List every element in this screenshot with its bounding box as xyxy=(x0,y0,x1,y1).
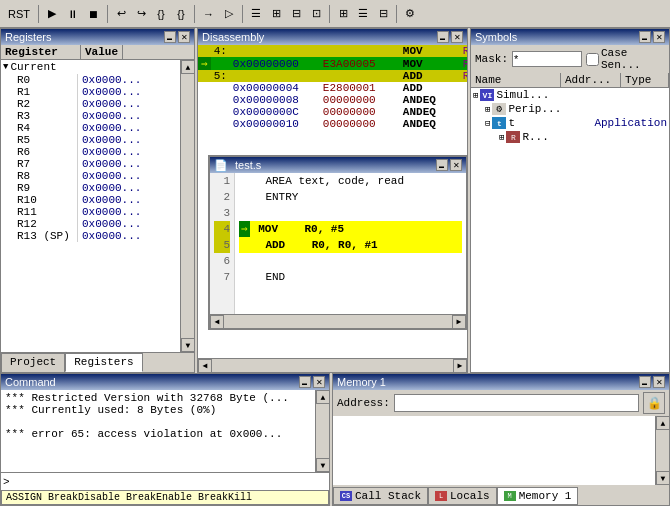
step-out-button[interactable]: {} xyxy=(152,4,170,24)
memory-tabs-row: CS Call Stack L Locals M Memory 1 xyxy=(333,485,669,505)
tab-locals[interactable]: L Locals xyxy=(428,487,497,505)
disassembly-titlebar-buttons: 🗕 ✕ xyxy=(437,31,463,43)
symbols-col-headers: Name Addr... Type xyxy=(471,73,669,88)
disassembly-hscroll[interactable]: ◀ ▶ xyxy=(198,358,467,372)
symbols-pin-button[interactable]: 🗕 xyxy=(639,31,651,43)
mask-label: Mask: xyxy=(475,53,508,65)
memory-addr-input[interactable] xyxy=(394,394,639,412)
disassembly-close-button[interactable]: ✕ xyxy=(451,31,463,43)
step-into-button[interactable]: ↩ xyxy=(112,4,130,24)
memory-scroll-down[interactable]: ▼ xyxy=(656,471,669,485)
source-line-3 xyxy=(239,205,462,221)
callstack-label: Call Stack xyxy=(355,490,421,502)
disasm-cell: 00000000 xyxy=(320,94,400,106)
step-inst-button[interactable]: {} xyxy=(172,4,190,24)
tool3-button[interactable]: ⊟ xyxy=(287,4,305,24)
stop-button[interactable]: ⏹ xyxy=(84,4,103,24)
disasm-cell: R0, #! xyxy=(460,45,467,57)
run-button[interactable]: ▶ xyxy=(43,4,61,24)
step-over-button[interactable]: ↪ xyxy=(132,4,150,24)
reg-name: R11 xyxy=(3,206,78,218)
tab-project[interactable]: Project xyxy=(1,353,65,372)
symbols-tree: ⊞ VI Simul... ⊞ ⚙ Perip... ⊟ t t Applica… xyxy=(471,88,669,372)
registers-tabs: Project Registers xyxy=(1,352,194,372)
disasm-cell xyxy=(320,45,400,57)
tab-memory1[interactable]: M Memory 1 xyxy=(497,487,579,505)
symbols-close-button[interactable]: ✕ xyxy=(653,31,665,43)
sym-item-t[interactable]: ⊟ t t Application xyxy=(471,116,669,130)
callstack-icon: CS xyxy=(340,491,352,501)
register-row: R00x0000... xyxy=(1,74,180,86)
line-num-1: 1 xyxy=(214,173,230,189)
sym-perip-name: Perip... xyxy=(508,103,561,115)
registers-scroll-up[interactable]: ▲ xyxy=(181,60,194,74)
bottom-row: Command 🗕 ✕ *** Restricted Version with … xyxy=(0,373,670,506)
source-pin-button[interactable]: 🗕 xyxy=(436,159,448,171)
tool1-button[interactable]: ☰ xyxy=(247,4,265,24)
pause-button[interactable]: ⏸ xyxy=(63,4,82,24)
source-code-area: AREA text, code, read ENTRY ⇒ MOV R0, #5… xyxy=(235,173,466,314)
source-close-button[interactable]: ✕ xyxy=(450,159,462,171)
tool5-button[interactable]: ⊞ xyxy=(334,4,352,24)
tab-registers[interactable]: Registers xyxy=(65,353,142,372)
toolbar-sep-1 xyxy=(38,5,39,23)
command-titlebar: Command 🗕 ✕ xyxy=(1,374,329,390)
reg-value: 0x0000... xyxy=(78,182,141,194)
register-row: R10x0000... xyxy=(1,86,180,98)
rst-button[interactable]: RST xyxy=(4,4,34,24)
disasm-scroll-right[interactable]: ▶ xyxy=(453,359,467,373)
source-arrow-icon: ⇒ xyxy=(239,221,250,237)
tool6-button[interactable]: ☰ xyxy=(354,4,372,24)
run-to-cursor-button[interactable]: ▷ xyxy=(220,4,238,24)
registers-vscroll[interactable]: ▲ ▼ xyxy=(180,60,194,352)
current-text: Current xyxy=(10,61,56,73)
disasm-scroll-left[interactable]: ◀ xyxy=(198,359,212,373)
case-sensitive-check: Case Sen... xyxy=(586,47,665,71)
disasm-row: 0x0000000C00000000ANDEQ xyxy=(198,106,467,118)
memory-scroll-up[interactable]: ▲ xyxy=(656,416,669,430)
symbols-title: Symbols xyxy=(475,31,517,43)
command-scroll-up[interactable]: ▲ xyxy=(316,390,329,404)
command-vscroll[interactable]: ▲ ▼ xyxy=(315,390,329,472)
memory-lock-button[interactable]: 🔒 xyxy=(643,392,665,414)
tool2-button[interactable]: ⊞ xyxy=(267,4,285,24)
case-sensitive-checkbox[interactable] xyxy=(586,53,599,66)
command-close-button[interactable]: ✕ xyxy=(313,376,325,388)
disasm-cell: ANDEQ xyxy=(400,118,460,130)
memory-pin-button[interactable]: 🗕 xyxy=(639,376,651,388)
source-scroll-right[interactable]: ▶ xyxy=(452,315,466,329)
sym-item-r[interactable]: ⊞ R R... xyxy=(471,130,669,144)
disasm-arrow-cell xyxy=(198,45,211,57)
source-scroll-left[interactable]: ◀ xyxy=(210,315,224,329)
toolbar: RST ▶ ⏸ ⏹ ↩ ↪ {} {} → ▷ ☰ ⊞ ⊟ ⊡ ⊞ ☰ ⊟ ⚙ xyxy=(0,0,670,28)
tool4-button[interactable]: ⊡ xyxy=(307,4,325,24)
source-hscroll[interactable]: ◀ ▶ xyxy=(210,314,466,328)
mask-input[interactable] xyxy=(512,51,582,67)
toolbar-sep-5 xyxy=(329,5,330,23)
command-input[interactable] xyxy=(12,476,327,488)
sym-t-type: Application xyxy=(594,117,667,129)
sym-type-col-header: Type xyxy=(621,73,669,87)
disasm-cell: MOV xyxy=(400,45,460,57)
memory-vscroll[interactable]: ▲ ▼ xyxy=(655,416,669,485)
disasm-cell: 0x0000000C xyxy=(230,106,320,118)
sym-gear-icon: ⚙ xyxy=(492,103,506,115)
sym-item-simul[interactable]: ⊞ VI Simul... xyxy=(471,88,669,102)
disassembly-pin-button[interactable]: 🗕 xyxy=(437,31,449,43)
command-pin-button[interactable]: 🗕 xyxy=(299,376,311,388)
current-label: ▼ Current xyxy=(1,60,180,74)
registers-pin-button[interactable]: 🗕 xyxy=(164,31,176,43)
command-scroll-down[interactable]: ▼ xyxy=(316,458,329,472)
settings-button[interactable]: ⚙ xyxy=(401,4,419,24)
sym-item-perip[interactable]: ⊞ ⚙ Perip... xyxy=(471,102,669,116)
next-button[interactable]: → xyxy=(199,4,218,24)
disasm-cell: 0x00000008 xyxy=(230,94,320,106)
registers-close-button[interactable]: ✕ xyxy=(178,31,190,43)
register-row: R120x0000... xyxy=(1,218,180,230)
registers-scroll-down[interactable]: ▼ xyxy=(181,338,194,352)
memory-close-button[interactable]: ✕ xyxy=(653,376,665,388)
tool7-button[interactable]: ⊟ xyxy=(374,4,392,24)
disasm-cell: MOV xyxy=(400,57,460,70)
tab-callstack[interactable]: CS Call Stack xyxy=(333,487,428,505)
sym-vi-icon: VI xyxy=(480,89,494,101)
